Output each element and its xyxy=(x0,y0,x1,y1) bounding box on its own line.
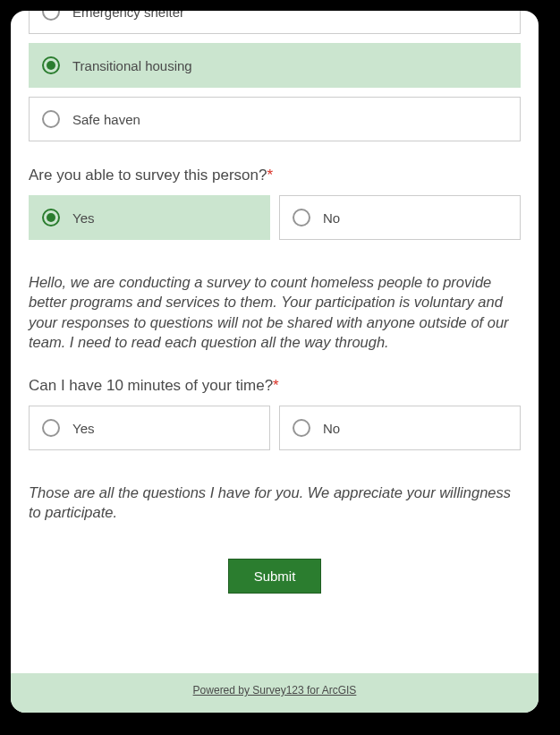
radio-icon xyxy=(42,56,60,74)
screen: Emergency shelter Transitional housing S… xyxy=(11,11,539,713)
radio-icon xyxy=(293,209,310,226)
option-label: Transitional housing xyxy=(72,58,192,73)
submit-button[interactable]: Submit xyxy=(228,559,322,594)
footer-bar: Powered by Survey123 for ArcGIS xyxy=(11,673,539,713)
radio-icon xyxy=(42,110,60,128)
form-content: Emergency shelter Transitional housing S… xyxy=(11,11,539,673)
outro-script-text: Those are all the questions I have for y… xyxy=(29,483,521,523)
shelter-type-options: Emergency shelter Transitional housing S… xyxy=(29,11,521,141)
option-no[interactable]: No xyxy=(279,195,521,240)
radio-icon xyxy=(42,419,60,437)
option-label: Emergency shelter xyxy=(72,11,184,20)
question-label-text: Are you able to survey this person? xyxy=(29,167,267,184)
radio-icon xyxy=(42,209,60,226)
powered-by-link[interactable]: Powered by Survey123 for ArcGIS xyxy=(193,684,357,697)
able-to-survey-options: Yes No xyxy=(29,195,521,240)
shelter-type-question: Emergency shelter Transitional housing S… xyxy=(29,11,521,141)
ten-minutes-options: Yes No xyxy=(29,406,521,450)
required-mark: * xyxy=(267,167,273,184)
option-transitional-housing[interactable]: Transitional housing xyxy=(29,43,521,88)
tablet-frame: Emergency shelter Transitional housing S… xyxy=(0,0,549,723)
question-label-text: Can I have 10 minutes of your time? xyxy=(29,377,273,394)
intro-script-text: Hello, we are conducting a survey to cou… xyxy=(29,272,521,352)
option-yes[interactable]: Yes xyxy=(29,195,270,240)
radio-icon xyxy=(42,11,60,21)
option-yes[interactable]: Yes xyxy=(29,406,270,450)
required-mark: * xyxy=(273,377,279,394)
submit-container: Submit xyxy=(29,559,521,594)
option-safe-haven[interactable]: Safe haven xyxy=(29,97,521,141)
option-emergency-shelter[interactable]: Emergency shelter xyxy=(29,11,521,34)
option-label: Yes xyxy=(72,210,94,226)
able-to-survey-question: Are you able to survey this person?* Yes… xyxy=(29,167,521,240)
option-label: No xyxy=(323,421,340,436)
question-label: Are you able to survey this person?* xyxy=(29,167,521,184)
option-label: Safe haven xyxy=(72,112,140,127)
radio-icon xyxy=(293,419,310,437)
option-label: No xyxy=(323,210,340,226)
option-label: Yes xyxy=(72,421,94,436)
ten-minutes-question: Can I have 10 minutes of your time?* Yes… xyxy=(29,377,521,450)
question-label: Can I have 10 minutes of your time?* xyxy=(29,377,521,395)
option-no[interactable]: No xyxy=(279,406,521,450)
